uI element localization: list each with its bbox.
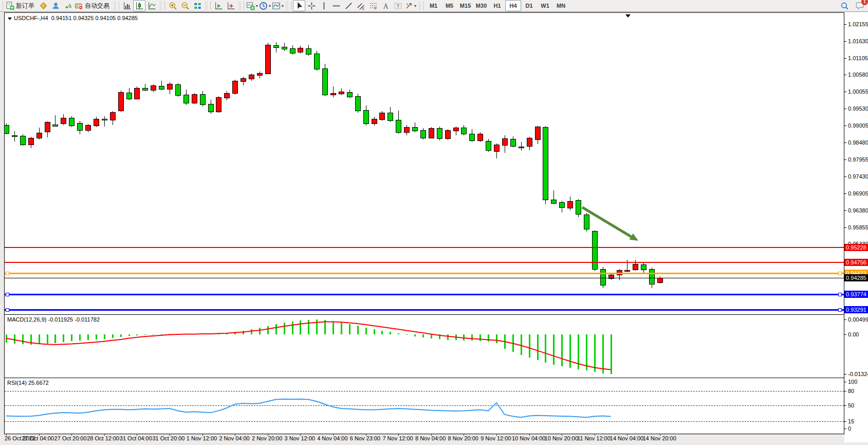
time-axis-label: 27 Oct 20:00 <box>54 435 87 441</box>
text-label-button[interactable]: T <box>392 0 404 11</box>
line-selection-handle[interactable] <box>6 272 9 275</box>
zoom-in-icon <box>169 2 177 10</box>
line-selection-handle[interactable] <box>838 308 842 312</box>
bar-chart-button[interactable] <box>121 0 133 11</box>
trend-line-button[interactable] <box>342 0 355 11</box>
search-button[interactable] <box>838 0 851 11</box>
time-axis[interactable]: 26 Oct 202227 Oct 04:0027 Oct 20:0028 Oc… <box>4 434 843 442</box>
tile-windows-button[interactable] <box>191 0 204 11</box>
timeframe-M30-button[interactable]: M30 <box>473 0 489 11</box>
vertical-line-icon <box>320 2 328 10</box>
periods-button[interactable]: ▾ <box>258 0 271 11</box>
new-order-label: 新订单 <box>16 2 34 10</box>
time-axis-label: 10 Nov 20:00 <box>545 435 578 441</box>
trend-arrow-annotation[interactable] <box>5 13 843 314</box>
timeframe-H1-button[interactable]: H1 <box>489 0 505 11</box>
price-tick-mark <box>844 176 846 177</box>
horizontal-line-button[interactable] <box>330 0 342 11</box>
toolbar-drag-handle[interactable] <box>2 2 4 10</box>
rsi-tick-mark <box>844 421 846 422</box>
autotrading-button[interactable]: 自动交易 <box>74 0 112 11</box>
chart-title: USDCHF-,H4 0.94151 0.94325 0.94105 0.942… <box>8 15 138 21</box>
toolbar-drag-handle[interactable] <box>159 2 162 10</box>
line-selection-handle[interactable] <box>838 272 842 275</box>
macd-indicator-pane[interactable]: MACD(12,26,9) -0.011925 -0.011782 <box>4 314 844 378</box>
chart-shift-icon <box>227 2 235 10</box>
price-tick-mark <box>844 159 846 160</box>
arrows-button[interactable]: ▾ <box>404 0 417 11</box>
line-selection-handle[interactable] <box>6 293 9 296</box>
time-axis-label: 8 Nov 20:00 <box>448 435 478 441</box>
timeframe-MN-button[interactable]: MN <box>553 0 569 11</box>
price-tick-mark <box>844 193 846 194</box>
line-selection-handle[interactable] <box>838 293 842 296</box>
auto-scroll-button[interactable] <box>212 0 225 11</box>
timeframe-M1-button[interactable]: M1 <box>426 0 441 11</box>
toolbar-drag-handle[interactable] <box>205 2 208 10</box>
toolbar: 新订单自动交易▾▾▾EFAT▾M1M5M15M30H1H4D1W1MN 1 <box>0 0 868 12</box>
price-chart-pane[interactable]: USDCHF-,H4 0.94151 0.94325 0.94105 0.942… <box>4 12 844 315</box>
chart-ohlc-values: 0.94151 0.94325 0.94105 0.94285 <box>51 15 138 21</box>
gold-button[interactable] <box>37 0 49 11</box>
price-tick-label: 0.99530 <box>848 105 868 112</box>
line-chart-button[interactable] <box>145 0 158 11</box>
timeframe-D1-button[interactable]: D1 <box>521 0 537 11</box>
price-tick-mark <box>844 24 846 25</box>
price-axis[interactable]: 0.952280.947560.944230.937740.932910.942… <box>844 12 868 442</box>
vertical-line-button[interactable] <box>318 0 330 11</box>
svg-text:E: E <box>362 6 364 10</box>
templates-button[interactable]: ▾ <box>271 0 284 11</box>
cursor-button[interactable] <box>293 0 305 11</box>
macd-tick-mark <box>844 334 846 335</box>
timeframe-M15-button[interactable]: M15 <box>457 0 473 11</box>
chart-shift-button[interactable] <box>225 0 237 11</box>
zoom-in-button[interactable] <box>167 0 179 11</box>
time-axis-label: 14 Nov 20:00 <box>642 435 676 441</box>
signals-button[interactable] <box>62 0 74 11</box>
gold-icon <box>39 2 48 10</box>
time-axis-label: 7 Nov 12:00 <box>382 435 413 441</box>
fibonacci-button[interactable]: F <box>367 0 379 11</box>
rsi-tick-mark <box>844 429 846 429</box>
text-label-icon: T <box>394 2 402 10</box>
toolbar-drag-handle[interactable] <box>286 2 288 10</box>
toolbar-drag-handle[interactable] <box>238 2 241 10</box>
rsi-indicator-pane[interactable]: RSI(14) 25.6672 <box>4 378 844 434</box>
candlestick-chart-button[interactable] <box>133 0 145 11</box>
fibonacci-icon: F <box>369 2 378 10</box>
timeframe-W1-button[interactable]: W1 <box>537 0 553 11</box>
time-axis-label: 8 Nov 04:00 <box>415 435 446 441</box>
macd-tick-label: -0.013248 <box>848 370 868 378</box>
tile-windows-icon <box>193 2 202 10</box>
timeframe-H4-button[interactable]: H4 <box>505 0 521 11</box>
toolbar-group-timeframes: M1M5M15M30H1H4D1W1MN <box>426 0 569 11</box>
macd-signal-line <box>5 315 843 377</box>
equidistant-channel-button[interactable]: E <box>355 0 367 11</box>
new-order-button[interactable]: 新订单 <box>5 0 37 11</box>
price-tick-label: 0.96380 <box>848 207 868 214</box>
text-button[interactable]: A <box>379 0 392 11</box>
toolbar-right: 1 <box>838 0 866 11</box>
zoom-out-button[interactable] <box>179 0 191 11</box>
price-tick-mark <box>844 210 846 211</box>
timeframe-M5-button[interactable]: M5 <box>441 0 457 11</box>
new-chart-button[interactable]: ▾ <box>246 0 258 11</box>
price-label-0.95228: 0.95228 <box>844 244 868 251</box>
mt4-terminal-window: 新订单自动交易▾▾▾EFAT▾M1M5M15M30H1H4D1W1MN 1 US… <box>0 0 868 445</box>
chart-shift-marker[interactable] <box>625 14 631 17</box>
toolbar-drag-handle[interactable] <box>418 2 421 10</box>
crosshair-button[interactable] <box>305 0 318 11</box>
rsi-label: RSI(14) 25.6672 <box>7 380 49 386</box>
templates-icon <box>272 2 281 10</box>
time-axis-label: 28 Oct 12:00 <box>87 435 119 441</box>
toolbar-drag-handle[interactable] <box>114 2 116 10</box>
line-selection-handle[interactable] <box>6 308 9 312</box>
cursor-icon <box>295 2 304 10</box>
toolbar-group-zoom <box>167 0 204 11</box>
price-tick-label: 0.95855 <box>848 224 868 231</box>
chevron-down-icon: ▾ <box>414 4 416 8</box>
chat-notifications-button[interactable]: 1 <box>854 0 866 11</box>
periods-icon <box>259 2 268 10</box>
price-tick-label: 0.97430 <box>848 173 868 180</box>
community-button[interactable] <box>49 0 62 11</box>
